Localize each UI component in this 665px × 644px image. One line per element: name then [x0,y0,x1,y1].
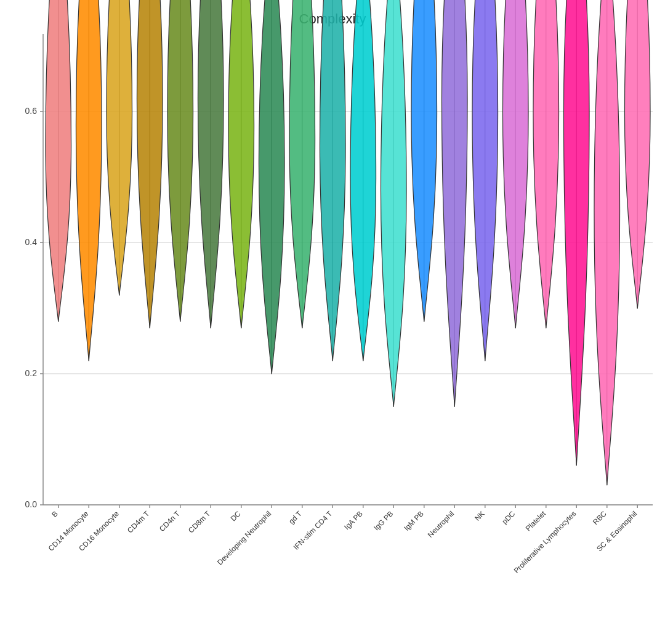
x-label-7: Developing Neutrophil [216,509,273,566]
x-label-3: CD4m T [126,509,151,535]
violin-cd14-monocyte [76,0,102,361]
violin-cd16-monocyte [107,0,132,296]
violin-cd4m-t [137,0,163,328]
x-label-6: DC [229,509,243,523]
x-label-17: Proliferative Lymphocytes [512,509,578,575]
violin-b [46,0,71,322]
x-label-11: IgG PB [372,509,395,532]
violin-proliferative-lymphocytes [563,0,589,465]
violin-neutrophil [441,0,467,407]
svg-text:0.0: 0.0 [25,499,38,509]
violin-cd4n-t [167,0,193,322]
violin-nk [472,0,498,361]
violin-chart: 0.0 0.2 0.4 0.6 BCD14 MonocyteCD16 Monoc… [0,0,665,644]
svg-text:0.2: 0.2 [25,368,38,378]
svg-text:0.4: 0.4 [25,237,38,247]
x-label-14: NK [473,509,486,523]
x-label-8: gd T [287,509,304,526]
violin-igm-pb [411,0,437,322]
chart-container: Complexity 0.0 0.2 0.4 0.6 BCD14 Monocyt… [0,0,665,644]
x-label-15: pDC [500,509,517,526]
violin-gd-t [289,0,315,328]
violin-ifn-stim-cd4-t [320,0,345,361]
svg-text:0.6: 0.6 [25,106,38,116]
x-label-4: CD4n T [158,509,182,533]
x-label-13: Neutrophil [426,509,456,539]
violin-dc [228,0,254,328]
violin-platelet [533,0,559,328]
x-label-16: Platelet [524,509,548,533]
violin-pdc [502,0,528,328]
x-label-5: CD8m T [187,509,212,535]
violin-developing-neutrophil [259,0,284,374]
violin-sc-&-eosinophil [624,0,650,308]
x-label-18: RBC [591,509,608,526]
x-label-0: B [50,509,60,519]
x-label-12: IgM PB [402,509,425,533]
violin-rbc [594,0,620,485]
violin-igg-pb [381,0,406,407]
violin-cd8m-t [198,0,224,328]
x-label-10: IgA PB [342,509,365,531]
violin-iga-pb [350,0,376,361]
